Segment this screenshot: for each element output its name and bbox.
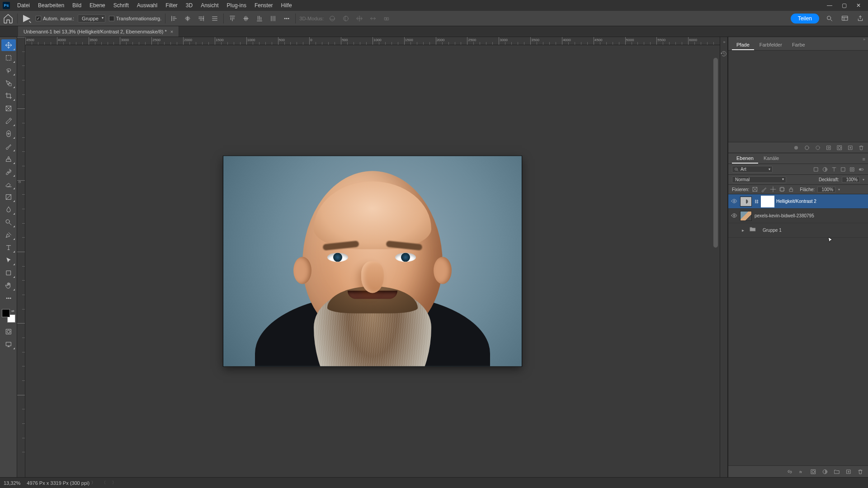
- distribute-v-icon[interactable]: [268, 14, 278, 23]
- panel-menu-icon[interactable]: ≡: [860, 155, 868, 164]
- foreground-color-swatch[interactable]: [2, 309, 10, 317]
- layer-row-adjustment[interactable]: ⛓ Helligkeit/Kontrast 2: [728, 194, 868, 209]
- adjustment-layer-thumbnail[interactable]: [740, 197, 752, 206]
- distribute-h-icon[interactable]: [210, 14, 220, 23]
- filter-type-icon[interactable]: [831, 166, 837, 173]
- auto-select-checkbox[interactable]: ✓ Autom. ausw.:: [36, 16, 74, 21]
- layer-name[interactable]: Helligkeit/Kontrast 2: [776, 199, 865, 204]
- export-share-icon[interactable]: [855, 14, 865, 23]
- layer-visibility-toggle[interactable]: [731, 212, 737, 220]
- menu-select[interactable]: Auswahl: [133, 1, 161, 10]
- group-expand-toggle[interactable]: ▸: [740, 228, 745, 233]
- menu-edit[interactable]: Bearbeiten: [34, 1, 68, 10]
- eraser-tool[interactable]: [1, 178, 16, 190]
- canvas-scrollbar-vertical[interactable]: [712, 53, 719, 476]
- layer-row-group[interactable]: ▸ Gruppe 1: [728, 223, 868, 238]
- filter-smartobject-icon[interactable]: [849, 166, 855, 173]
- more-align-icon[interactable]: [282, 14, 292, 23]
- transform-controls-checkbox[interactable]: Transformationsstrg.: [109, 16, 161, 21]
- collapse-panels-icon[interactable]: »: [728, 37, 868, 40]
- menu-image[interactable]: Bild: [69, 1, 85, 10]
- filter-shape-icon[interactable]: [840, 166, 846, 173]
- menu-type[interactable]: Schrift: [110, 1, 132, 10]
- filter-pixel-icon[interactable]: [813, 166, 819, 173]
- link-layers-icon[interactable]: [787, 469, 793, 475]
- history-panel-icon[interactable]: [721, 51, 727, 57]
- lock-artboard-icon[interactable]: [779, 186, 785, 192]
- menu-3d[interactable]: 3D: [182, 1, 196, 10]
- document-tab[interactable]: Unbenannt-1 bei 13,3% (Helligkeit/Kontra…: [18, 26, 179, 37]
- layer-filter-type-select[interactable]: Art: [732, 166, 773, 173]
- add-adjustment-icon[interactable]: [822, 469, 828, 475]
- tab-color[interactable]: Farbe: [788, 40, 810, 50]
- crop-tool[interactable]: [1, 90, 16, 102]
- tool-preset-dropdown[interactable]: [21, 13, 32, 24]
- menu-view[interactable]: Ansicht: [197, 1, 222, 10]
- new-layer-icon[interactable]: [845, 469, 852, 475]
- pen-tool[interactable]: [1, 229, 16, 241]
- type-tool[interactable]: [1, 242, 16, 253]
- close-tab-icon[interactable]: ×: [170, 29, 173, 34]
- screenmode-toggle[interactable]: [1, 338, 16, 350]
- tab-layers[interactable]: Ebenen: [732, 154, 758, 164]
- document-artwork[interactable]: [223, 156, 522, 366]
- layer-visibility-toggle[interactable]: [731, 198, 737, 205]
- align-bottom-icon[interactable]: [255, 14, 264, 23]
- menu-help[interactable]: Hilfe: [278, 1, 296, 10]
- menu-layer[interactable]: Ebene: [86, 1, 109, 10]
- history-brush-tool[interactable]: [1, 166, 16, 178]
- tab-channels[interactable]: Kanäle: [759, 154, 783, 164]
- shape-tool[interactable]: [1, 267, 16, 279]
- filter-adjustment-icon[interactable]: [822, 166, 828, 173]
- quick-select-tool[interactable]: [1, 77, 16, 89]
- layer-name[interactable]: pexels-kevin-bidwell-2380795: [755, 213, 865, 218]
- collapse-chevrons-icon[interactable]: »: [723, 40, 724, 44]
- path-to-selection-icon[interactable]: [815, 145, 821, 151]
- zoom-display[interactable]: 13,32%: [4, 480, 20, 486]
- layer-thumbnail[interactable]: [740, 211, 752, 221]
- new-group-icon[interactable]: [834, 469, 840, 475]
- blur-tool[interactable]: [1, 204, 16, 216]
- align-top-icon[interactable]: [227, 14, 237, 23]
- dodge-tool[interactable]: [1, 216, 16, 228]
- clone-stamp-tool[interactable]: [1, 153, 16, 165]
- doc-info-display[interactable]: 4976 Px x 3319 Px (300 ppi) 〉: [27, 480, 95, 486]
- workspace-icon[interactable]: [840, 14, 850, 23]
- window-minimize-button[interactable]: —: [823, 1, 836, 10]
- align-center-h-icon[interactable]: [183, 14, 193, 23]
- tab-paths[interactable]: Pfade: [732, 40, 754, 50]
- brush-tool[interactable]: [1, 141, 16, 152]
- canvas[interactable]: [25, 45, 720, 477]
- opacity-input[interactable]: 100%: [842, 177, 860, 183]
- lock-pixels-icon[interactable]: [761, 186, 767, 192]
- gradient-tool[interactable]: [1, 191, 16, 203]
- add-mask-from-path-icon[interactable]: [836, 145, 843, 151]
- menu-plugins[interactable]: Plug-ins: [223, 1, 250, 10]
- healing-brush-tool[interactable]: [1, 128, 16, 140]
- auto-select-target-select[interactable]: Gruppe: [78, 14, 105, 23]
- quickmask-toggle[interactable]: [1, 326, 16, 338]
- filter-toggle-icon[interactable]: [858, 166, 864, 173]
- align-center-v-icon[interactable]: [241, 14, 251, 23]
- lock-transparency-icon[interactable]: [752, 186, 758, 192]
- color-swatches[interactable]: ⇄: [2, 309, 15, 323]
- layer-row-smartobject[interactable]: pexels-kevin-bidwell-2380795: [728, 209, 868, 223]
- delete-layer-icon[interactable]: [857, 469, 863, 475]
- selection-to-path-icon[interactable]: [826, 145, 832, 151]
- doc-info-chevron-icon[interactable]: 〉: [91, 480, 95, 486]
- new-path-icon[interactable]: [847, 145, 854, 151]
- hand-tool[interactable]: [1, 280, 16, 291]
- swap-colors-icon[interactable]: ⇄: [11, 309, 14, 313]
- layer-mask-link-icon[interactable]: ⛓: [755, 199, 759, 204]
- window-close-button[interactable]: ✕: [852, 1, 865, 10]
- window-maximize-button[interactable]: ▢: [837, 1, 851, 10]
- marquee-tool[interactable]: [1, 52, 16, 64]
- menu-filter[interactable]: Filter: [162, 1, 181, 10]
- blend-mode-select[interactable]: Normal: [732, 176, 786, 183]
- align-left-icon[interactable]: [169, 14, 179, 23]
- fill-input[interactable]: 100%: [817, 187, 835, 192]
- add-mask-icon[interactable]: [810, 469, 816, 475]
- share-button[interactable]: Teilen: [791, 14, 819, 23]
- frame-tool[interactable]: [1, 103, 16, 114]
- tab-swatches[interactable]: Farbfelder: [755, 40, 787, 50]
